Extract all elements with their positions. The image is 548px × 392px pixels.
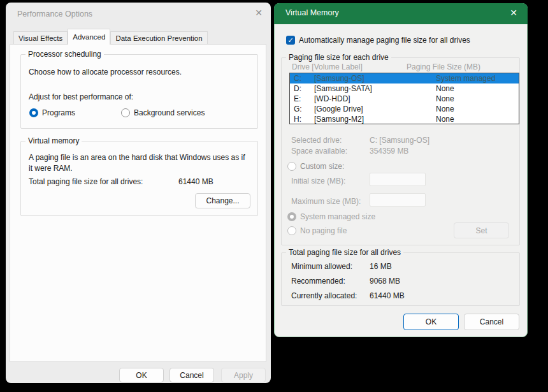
change-button[interactable]: Change... <box>195 193 250 208</box>
volume-label: [WD-HDD] <box>314 94 350 103</box>
maximum-size-input[interactable] <box>370 193 426 207</box>
processor-scheduling-group: Processor scheduling Choose how to alloc… <box>20 54 258 129</box>
tab-visual-effects[interactable]: Visual Effects <box>13 31 68 45</box>
cancel-button[interactable]: Cancel <box>464 314 519 330</box>
paging-size: None <box>436 115 454 124</box>
currently-allocated-value: 61440 MB <box>370 291 405 300</box>
group-title: Processor scheduling <box>25 50 104 59</box>
paging-size: None <box>436 84 454 93</box>
dialog-title: Virtual Memory <box>285 8 339 17</box>
group-title: Paging file size for each drive <box>286 53 391 62</box>
list-item-drive-g[interactable]: G: [Google Drive] None <box>290 104 519 114</box>
system-managed-radio-label[interactable]: System managed size <box>300 212 375 221</box>
cancel-button[interactable]: Cancel <box>169 368 214 382</box>
minimum-allowed-label: Minimum allowed: <box>291 262 352 271</box>
paging-file-group: Paging file size for each drive Drive [V… <box>281 57 520 245</box>
drive-letter: D: <box>294 84 301 93</box>
apply-button[interactable]: Apply <box>221 368 266 382</box>
paging-size: None <box>436 105 454 113</box>
virtual-memory-group: Virtual memory A paging file is an area … <box>20 141 258 216</box>
tab-advanced[interactable]: Advanced <box>68 29 110 45</box>
custom-size-radio[interactable] <box>287 162 296 171</box>
recommended-value: 9068 MB <box>370 277 400 286</box>
drive-letter: H: <box>294 115 301 124</box>
background-services-radio-label[interactable]: Background services <box>134 108 205 117</box>
initial-size-label: Initial size (MB): <box>291 177 345 185</box>
space-available-label: Space available: <box>291 147 347 156</box>
no-paging-file-radio[interactable] <box>287 226 296 235</box>
auto-manage-checkbox-label[interactable]: Automatically manage paging file size fo… <box>299 36 470 45</box>
volume-label: [Samsung-SATA] <box>314 84 372 93</box>
ok-button[interactable]: OK <box>403 314 459 330</box>
group-title: Virtual memory <box>25 136 82 145</box>
auto-manage-checkbox[interactable] <box>286 36 295 45</box>
processor-description: Choose how to allocate processor resourc… <box>29 68 182 76</box>
close-icon[interactable]: ✕ <box>255 8 263 18</box>
background-services-radio[interactable] <box>121 108 130 117</box>
recommended-label: Recommended: <box>291 277 345 286</box>
programs-radio[interactable] <box>29 108 38 117</box>
list-item-drive-e[interactable]: E: [WD-HDD] None <box>290 94 519 104</box>
tab-strip: Visual Effects Advanced Data Execution P… <box>13 29 208 45</box>
maximum-size-label: Maximum size (MB): <box>291 197 361 206</box>
close-icon[interactable]: ✕ <box>510 8 517 18</box>
column-header-size: Paging File Size (MB) <box>407 62 480 71</box>
selected-drive-label: Selected drive: <box>291 136 342 145</box>
column-header-drive: Drive [Volume Label] <box>292 62 363 71</box>
virtual-memory-dialog: Virtual Memory ✕ Automatically manage pa… <box>274 3 528 337</box>
space-available-value: 354359 MB <box>370 147 408 156</box>
custom-size-radio-label[interactable]: Custom size: <box>300 162 344 171</box>
tab-data-execution-prevention[interactable]: Data Execution Prevention <box>110 31 207 45</box>
minimum-allowed-value: 16 MB <box>370 262 392 271</box>
system-managed-radio[interactable] <box>287 212 296 221</box>
titlebar: Virtual Memory ✕ <box>274 3 528 24</box>
advanced-tab-page: Processor scheduling Choose how to alloc… <box>10 44 266 362</box>
paging-size: None <box>436 94 454 103</box>
paging-file-description: A paging file is an area on the hard dis… <box>29 152 249 174</box>
paging-size: System managed <box>436 74 495 83</box>
total-paging-group: Total paging file size for all drives Mi… <box>281 252 520 306</box>
currently-allocated-label: Currently allocated: <box>291 291 357 300</box>
total-paging-value: 61440 MB <box>178 177 213 186</box>
no-paging-file-radio-label[interactable]: No paging file <box>300 226 347 235</box>
selected-drive-value: C: [Samsung-OS] <box>370 136 429 145</box>
dialog-title: Performance Options <box>17 10 92 18</box>
set-button[interactable]: Set <box>454 222 509 238</box>
total-paging-label: Total paging file size for all drives: <box>29 177 143 186</box>
drive-listbox[interactable]: C: [Samsung-OS] System managed D: [Samsu… <box>289 73 519 124</box>
volume-label: [Samsung-OS] <box>314 74 364 83</box>
programs-radio-label[interactable]: Programs <box>42 108 75 117</box>
list-item-drive-h[interactable]: H: [Samsung-M2] None <box>290 114 519 124</box>
drive-letter: E: <box>294 94 301 103</box>
initial-size-input[interactable] <box>370 173 426 186</box>
volume-label: [Samsung-M2] <box>314 115 364 124</box>
group-title: Total paging file size for all drives <box>286 248 403 257</box>
drive-letter: C: <box>294 74 301 83</box>
ok-button[interactable]: OK <box>119 368 164 382</box>
list-item-drive-d[interactable]: D: [Samsung-SATA] None <box>290 83 519 94</box>
list-item-drive-c[interactable]: C: [Samsung-OS] System managed <box>290 73 519 83</box>
adjust-performance-label: Adjust for best performance of: <box>29 92 133 101</box>
performance-options-dialog: Performance Options ✕ Visual Effects Adv… <box>6 3 271 383</box>
volume-label: [Google Drive] <box>314 105 363 113</box>
drive-letter: G: <box>294 105 302 113</box>
